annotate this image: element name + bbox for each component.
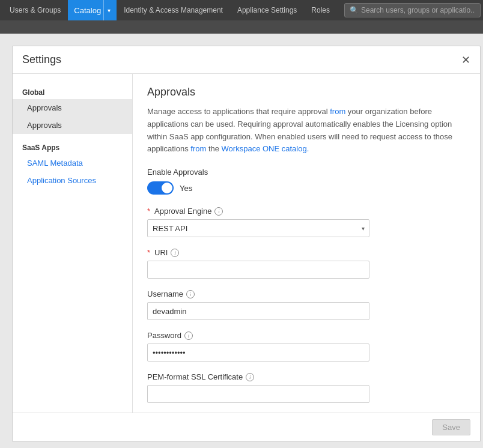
- sidebar-item-application-sources[interactable]: Application Sources: [13, 172, 132, 189]
- content-title: Approvals: [147, 86, 466, 98]
- dialog-title: Settings: [22, 53, 61, 66]
- main-content: Approvals Manage access to applications …: [133, 74, 480, 413]
- ssl-cert-input[interactable]: [147, 385, 369, 403]
- nav-tab-catalog[interactable]: Catalog ▾: [68, 0, 117, 20]
- approval-engine-info-icon: i: [214, 207, 223, 216]
- search-bar[interactable]: 🔍: [344, 3, 481, 17]
- top-navigation: Users & Groups Catalog ▾ Identity & Acce…: [0, 0, 483, 20]
- nav-tab-roles[interactable]: Roles: [304, 0, 337, 20]
- close-button[interactable]: ✕: [461, 55, 470, 65]
- toggle-label: Yes: [180, 184, 192, 193]
- username-group: Username i: [147, 289, 466, 320]
- catalog-dropdown-arrow[interactable]: ▾: [103, 0, 111, 20]
- dialog-header: Settings ✕: [13, 46, 480, 74]
- enable-approvals-toggle[interactable]: [147, 181, 174, 195]
- content-description: Manage access to applications that requi…: [147, 106, 466, 156]
- uri-input[interactable]: [147, 261, 369, 279]
- nav-tab-appliance[interactable]: Appliance Settings: [230, 0, 304, 20]
- toggle-row: Yes: [147, 181, 466, 195]
- sidebar-item-approvals-parent[interactable]: Approvals: [13, 99, 132, 117]
- dialog-footer: Save: [13, 413, 480, 441]
- approval-engine-group: * Approval Engine i REST API ServiceNow …: [147, 207, 466, 237]
- enable-approvals-label: Enable Approvals: [147, 168, 466, 177]
- password-info-icon: i: [184, 331, 193, 340]
- search-input[interactable]: [361, 6, 475, 14]
- uri-info-icon: i: [171, 249, 179, 257]
- enable-approvals-group: Enable Approvals Yes: [147, 168, 466, 195]
- username-input[interactable]: [147, 302, 369, 320]
- uri-required-star: *: [147, 248, 150, 257]
- sidebar-global-label: Global: [13, 86, 132, 99]
- sidebar-item-saml-metadata[interactable]: SAML Metadata: [13, 154, 132, 172]
- modal-backdrop: Settings ✕ Global Approvals Approvals Sa…: [0, 34, 483, 448]
- nav-tab-users-groups[interactable]: Users & Groups: [2, 0, 68, 20]
- dialog-body: Global Approvals Approvals SaaS Apps SAM…: [13, 74, 480, 413]
- approval-engine-select-wrapper: REST API ServiceNow ▾: [147, 219, 369, 237]
- password-group: Password i: [147, 331, 466, 362]
- catalog-label: Catalog: [74, 6, 101, 15]
- search-icon: 🔍: [350, 6, 359, 14]
- settings-dialog: Settings ✕ Global Approvals Approvals Sa…: [12, 46, 481, 442]
- approval-engine-label: * Approval Engine i: [147, 207, 466, 216]
- uri-group: * URI i: [147, 248, 466, 279]
- save-button[interactable]: Save: [432, 419, 470, 435]
- password-label: Password i: [147, 331, 466, 340]
- required-star: *: [147, 207, 150, 216]
- username-label: Username i: [147, 289, 466, 298]
- ssl-cert-group: PEM-format SSL Certificate i: [147, 372, 466, 403]
- workspace-one-link[interactable]: Workspace ONE catalog.: [222, 144, 309, 153]
- sidebar-saas-label: SaaS Apps: [13, 141, 132, 154]
- ssl-cert-label: PEM-format SSL Certificate i: [147, 372, 466, 381]
- uri-label: * URI i: [147, 248, 466, 257]
- password-input[interactable]: [147, 344, 369, 362]
- approval-engine-select[interactable]: REST API ServiceNow: [147, 219, 369, 237]
- nav-tab-iam[interactable]: Identity & Access Management: [117, 0, 230, 20]
- sidebar: Global Approvals Approvals SaaS Apps SAM…: [13, 74, 133, 413]
- sidebar-item-approvals-child[interactable]: Approvals: [13, 117, 132, 134]
- sub-bar: [0, 20, 483, 34]
- username-info-icon: i: [186, 290, 195, 298]
- ssl-cert-info-icon: i: [246, 373, 254, 381]
